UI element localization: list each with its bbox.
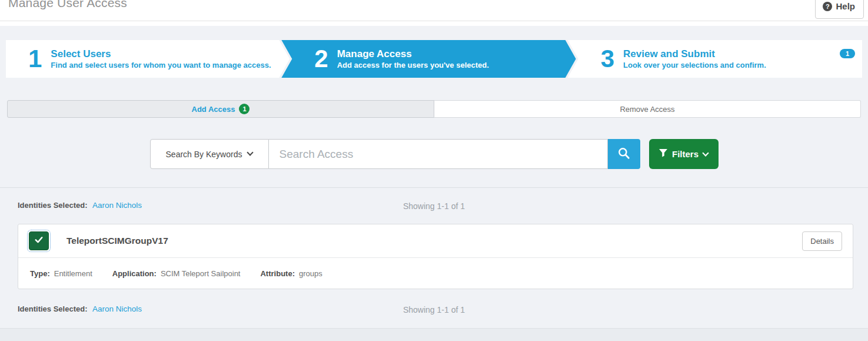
search-access-input[interactable]	[269, 139, 608, 169]
details-button[interactable]: Details	[802, 231, 842, 251]
wizard-steps: 1 Select Users Find and select users for…	[6, 40, 862, 78]
step-review-submit[interactable]: 3 Review and Submit Look over your selec…	[568, 40, 862, 78]
access-item-checkbox[interactable]	[29, 231, 49, 250]
search-row: Search By Keywords Filters	[0, 139, 868, 169]
section-divider	[0, 187, 868, 188]
step-2-number: 2	[314, 47, 328, 71]
tab-remove-access[interactable]: Remove Access	[434, 100, 861, 118]
help-button[interactable]: ? Help	[815, 0, 864, 19]
search-by-dropdown[interactable]: Search By Keywords	[150, 139, 269, 169]
step-3-text: Review and Submit Look over your selecti…	[623, 48, 766, 70]
content-area: 1 Select Users Find and select users for…	[0, 26, 868, 341]
identities-row-top: Identities Selected: Aaron Nichols Showi…	[18, 200, 850, 211]
tab-remove-access-label: Remove Access	[620, 105, 674, 114]
chevron-down-icon	[702, 150, 709, 156]
step-select-users[interactable]: 1 Select Users Find and select users for…	[6, 40, 290, 78]
step-1-number: 1	[28, 47, 42, 71]
tab-add-access-label: Add Access	[192, 105, 235, 114]
step-2-subtitle: Add access for the users you've selected…	[337, 61, 489, 70]
step-1-text: Select Users Find and select users for w…	[51, 48, 271, 70]
tab-add-access[interactable]: Add Access 1	[7, 100, 434, 118]
identity-link-aaron-nichols[interactable]: Aaron Nichols	[92, 201, 142, 210]
step-3-title: Review and Submit	[623, 48, 766, 60]
type-label: Type:	[30, 269, 50, 278]
search-by-dropdown-label: Search By Keywords	[166, 150, 242, 159]
step-3-count-badge: 1	[840, 49, 855, 58]
identities-selected-label: Identities Selected:	[18, 304, 87, 313]
search-icon	[617, 147, 630, 161]
page-title: Manage User Access	[8, 0, 127, 10]
page-header: Manage User Access ? Help	[0, 0, 868, 21]
access-item-header-row: TeleportSCIMGroupV17 Details	[18, 224, 853, 257]
access-item-title: TeleportSCIMGroupV17	[66, 236, 168, 246]
step-3-subtitle: Look over your selections and confirm.	[623, 61, 766, 70]
step-2-text: Manage Access Add access for the users y…	[337, 48, 489, 70]
access-item-meta-row: Type: Entitlement Application: SCIM Tele…	[18, 258, 853, 289]
step-1-title: Select Users	[51, 48, 271, 60]
access-tabs: Add Access 1 Remove Access	[7, 100, 861, 118]
filters-button[interactable]: Filters	[649, 139, 719, 169]
chevron-down-icon	[247, 149, 254, 155]
attribute-label: Attribute:	[260, 269, 295, 278]
help-button-label: Help	[836, 1, 855, 11]
access-item-card: TeleportSCIMGroupV17 Details Type: Entit…	[18, 224, 853, 289]
filter-funnel-icon	[659, 149, 667, 159]
showing-count-text: Showing 1-1 of 1	[18, 201, 850, 211]
search-button[interactable]	[608, 139, 640, 169]
identities-row-bottom: Identities Selected: Aaron Nichols Showi…	[18, 303, 850, 315]
step-3-number: 3	[601, 47, 614, 71]
step-1-subtitle: Find and select users for whom you want …	[51, 61, 271, 70]
filters-button-label: Filters	[672, 149, 699, 159]
showing-count-text: Showing 1-1 of 1	[18, 305, 850, 314]
step-2-title: Manage Access	[337, 48, 489, 60]
step-manage-access[interactable]: 2 Manage Access Add access for the users…	[281, 40, 576, 78]
footer-bar	[0, 328, 868, 341]
identities-selected-label: Identities Selected:	[18, 201, 87, 210]
checkmark-icon	[34, 234, 44, 247]
application-label: Application:	[112, 269, 157, 278]
question-mark-icon: ?	[823, 2, 832, 11]
identity-link-aaron-nichols[interactable]: Aaron Nichols	[92, 304, 142, 313]
application-value: SCIM Teleport Sailpoint	[161, 269, 241, 278]
attribute-value: groups	[299, 269, 322, 278]
add-access-count-badge: 1	[239, 104, 250, 114]
type-value: Entitlement	[54, 269, 92, 278]
